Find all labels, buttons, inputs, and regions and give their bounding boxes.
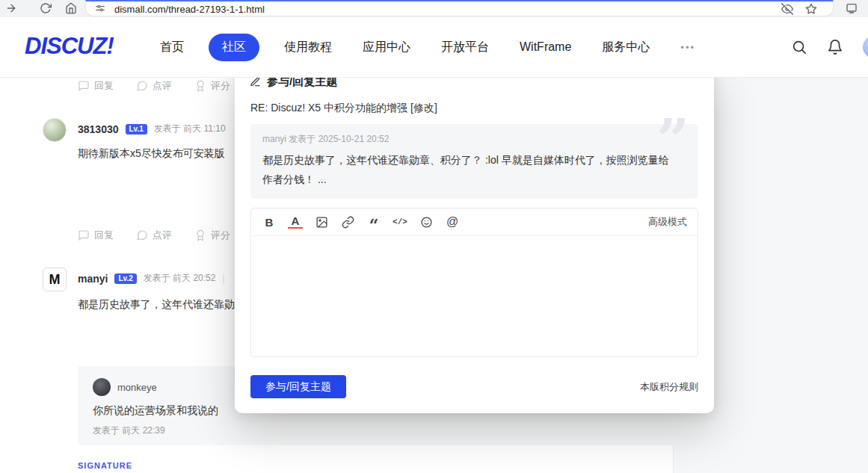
site-info-icon[interactable]: [95, 3, 107, 15]
forward-icon[interactable]: [4, 1, 18, 15]
url-text: dismall.com/thread-27193-1-1.html: [114, 3, 265, 16]
edit-subject-link[interactable]: [修改]: [410, 102, 437, 114]
main-nav: 首页 社区 使用教程 应用中心 开放平台 WitFrame 服务中心 •••: [160, 17, 695, 77]
mention-icon[interactable]: @: [445, 214, 460, 229]
reply-avatar[interactable]: [93, 378, 111, 396]
credit-rules-link[interactable]: 本版积分规则: [640, 380, 698, 394]
pencil-icon: [250, 76, 261, 87]
nav-app-center[interactable]: 应用中心: [363, 40, 410, 55]
reply-username[interactable]: monkeye: [117, 382, 157, 393]
font-color-icon[interactable]: A: [288, 215, 303, 229]
post1-content: 期待新版本x5尽快发布可安装版: [78, 147, 225, 161]
code-icon[interactable]: </>: [393, 214, 407, 229]
reply-action[interactable]: 回复: [78, 79, 114, 93]
home-icon[interactable]: [64, 1, 78, 15]
header-actions: [791, 17, 868, 77]
reply-modal: 参与/回复主题 RE: Discuz! X5 中积分功能的增强[修改] many…: [235, 63, 714, 413]
reply-editor: B A “ </> @ 高级模式: [250, 208, 698, 357]
site-logo[interactable]: DISCUZ!: [25, 33, 114, 60]
post2-header: manyi Lv.2 发表于 前天 20:52 |: [78, 272, 225, 285]
nav-open-platform[interactable]: 开放平台: [441, 40, 489, 55]
user-avatar[interactable]: [863, 36, 868, 58]
post1-posted: 发表于 前天 11:10: [154, 123, 226, 135]
bold-icon[interactable]: B: [262, 214, 277, 229]
rate-action[interactable]: 评分: [194, 229, 230, 242]
emoji-icon[interactable]: [419, 214, 434, 229]
post2-username[interactable]: manyi: [78, 273, 108, 285]
editor-toolbar: B A “ </> @ 高级模式: [251, 208, 698, 236]
post1-header: 3813030 Lv.1 发表于 前天 11:10: [78, 123, 226, 135]
blockquote-icon[interactable]: “: [366, 214, 381, 229]
meta-separator: |: [222, 273, 224, 284]
eye-off-icon[interactable]: [781, 3, 794, 16]
nav-service-center[interactable]: 服务中心: [602, 40, 650, 55]
link-icon[interactable]: [340, 214, 355, 229]
reply-subject: RE: Discuz! X5 中积分功能的增强[修改]: [250, 102, 437, 115]
signature-label: SIGNATURE: [78, 461, 132, 470]
reply-posted: 发表于 前天 22:39: [93, 424, 659, 437]
nav-tutorials[interactable]: 使用教程: [284, 40, 332, 55]
bookmark-star-icon[interactable]: [805, 3, 818, 16]
site-header: DISCUZ! 首页 社区 使用教程 应用中心 开放平台 WitFrame 服务…: [0, 17, 868, 78]
post2-posted: 发表于 前天 20:52: [144, 272, 216, 285]
window-icon[interactable]: [845, 1, 858, 15]
nav-community[interactable]: 社区: [209, 34, 259, 61]
quoted-post: manyi 发表于 2025-10-21 20:52 都是历史故事了，这年代谁还…: [250, 124, 698, 199]
post1-level-badge: Lv.1: [126, 124, 147, 135]
nav-more-icon[interactable]: •••: [680, 42, 695, 53]
advanced-mode-link[interactable]: 高级模式: [648, 215, 687, 229]
reply-action[interactable]: 回复: [78, 229, 114, 242]
refresh-icon[interactable]: [39, 1, 52, 15]
search-icon[interactable]: [791, 39, 807, 55]
browser-toolbar: dismall.com/thread-27193-1-1.html: [0, 0, 868, 17]
address-bar[interactable]: dismall.com/thread-27193-1-1.html: [85, 0, 834, 16]
comment-action[interactable]: 点评: [136, 79, 172, 93]
bell-icon[interactable]: [827, 39, 843, 55]
post2-content: 都是历史故事了，这年代谁还靠勋: [78, 298, 235, 312]
post1-username[interactable]: 3813030: [78, 123, 119, 135]
submit-reply-button[interactable]: 参与/回复主题: [250, 375, 346, 398]
post1-avatar[interactable]: [43, 118, 67, 142]
nav-home[interactable]: 首页: [160, 40, 184, 55]
post2-avatar[interactable]: M: [43, 268, 67, 291]
quote-content: 都是历史故事了，这年代谁还靠勋章、积分了？ :lol 早就是自媒体时代了，按照浏…: [262, 151, 670, 190]
reply-textarea[interactable]: [251, 236, 698, 356]
nav-witframe[interactable]: WitFrame: [520, 40, 571, 54]
rate-action[interactable]: 评分: [194, 79, 230, 93]
quote-meta: manyi 发表于 2025-10-21 20:52: [262, 133, 686, 146]
image-icon[interactable]: [314, 214, 329, 229]
comment-action[interactable]: 点评: [136, 229, 172, 242]
post2-level-badge: Lv.2: [114, 273, 136, 284]
